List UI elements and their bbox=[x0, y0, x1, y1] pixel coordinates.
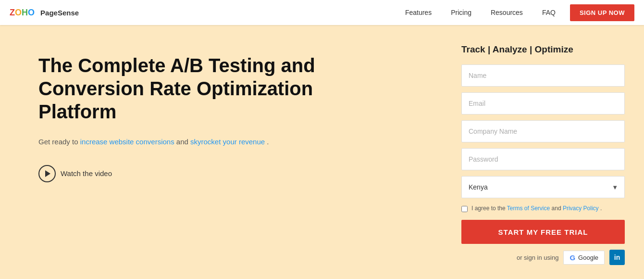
password-input[interactable] bbox=[461, 148, 625, 170]
terms-row: I agree to the Terms of Service and Priv… bbox=[461, 205, 625, 212]
terms-checkbox[interactable] bbox=[461, 206, 468, 212]
subtitle-mid: and bbox=[176, 138, 190, 146]
google-label: Google bbox=[578, 254, 598, 261]
country-select[interactable]: Kenya United States United Kingdom India… bbox=[461, 176, 625, 198]
terms-text: I agree to the Terms of Service and Priv… bbox=[471, 205, 602, 212]
play-circle-icon bbox=[38, 165, 56, 182]
signup-now-button[interactable]: SIGN UP NOW bbox=[570, 4, 634, 21]
company-input[interactable] bbox=[461, 120, 625, 142]
zoho-o2-letter: O bbox=[28, 8, 35, 17]
zoho-o-letter: O bbox=[15, 8, 22, 17]
signin-row: or sign in using G Google in bbox=[461, 250, 625, 265]
google-signin-button[interactable]: G Google bbox=[563, 251, 605, 265]
google-g-icon: G bbox=[570, 254, 575, 262]
subtitle-highlight2: skyrocket your revenue bbox=[190, 138, 265, 146]
signin-text: or sign in using bbox=[517, 254, 558, 261]
zoho-z-letter: Z bbox=[10, 8, 15, 17]
play-triangle-icon bbox=[45, 170, 50, 177]
privacy-policy-link[interactable]: Privacy Policy bbox=[563, 205, 599, 212]
hero-section: The Complete A/B Testing and Conversion … bbox=[0, 25, 644, 279]
nav-features[interactable]: Features bbox=[405, 9, 432, 16]
subtitle-highlight1: increase website conversions bbox=[80, 138, 174, 146]
linkedin-icon: in bbox=[614, 254, 620, 261]
navbar: Z O H O PageSense Features Pricing Resou… bbox=[0, 0, 644, 25]
nav-faq[interactable]: FAQ bbox=[542, 9, 556, 16]
signup-form-panel: Track | Analyze | Optimize Kenya United … bbox=[442, 25, 644, 279]
hero-title: The Complete A/B Testing and Conversion … bbox=[38, 54, 336, 123]
linkedin-signin-button[interactable]: in bbox=[609, 250, 625, 265]
nav-links: Features Pricing Resources FAQ bbox=[405, 9, 556, 16]
start-trial-button[interactable]: START MY FREE TRIAL bbox=[461, 220, 625, 244]
email-input[interactable] bbox=[461, 92, 625, 114]
subtitle-plain: Get ready to bbox=[38, 138, 80, 146]
form-tagline: Track | Analyze | Optimize bbox=[461, 44, 625, 55]
hero-subtitle: Get ready to increase website conversion… bbox=[38, 137, 413, 148]
name-input[interactable] bbox=[461, 64, 625, 87]
zoho-logo: Z O H O bbox=[10, 8, 35, 17]
watch-video-label: Watch the video bbox=[61, 169, 112, 178]
brand-product-name: PageSense bbox=[40, 9, 79, 17]
hero-left: The Complete A/B Testing and Conversion … bbox=[0, 25, 442, 279]
zoho-h-letter: H bbox=[22, 8, 28, 17]
subtitle-end: . bbox=[267, 138, 269, 146]
logo-area: Z O H O PageSense bbox=[10, 8, 405, 17]
signup-form: Kenya United States United Kingdom India… bbox=[461, 64, 625, 244]
nav-pricing[interactable]: Pricing bbox=[451, 9, 471, 16]
terms-of-service-link[interactable]: Terms of Service bbox=[507, 205, 550, 212]
country-select-wrapper: Kenya United States United Kingdom India… bbox=[461, 176, 625, 198]
watch-video-button[interactable]: Watch the video bbox=[38, 165, 413, 182]
nav-resources[interactable]: Resources bbox=[491, 9, 523, 16]
